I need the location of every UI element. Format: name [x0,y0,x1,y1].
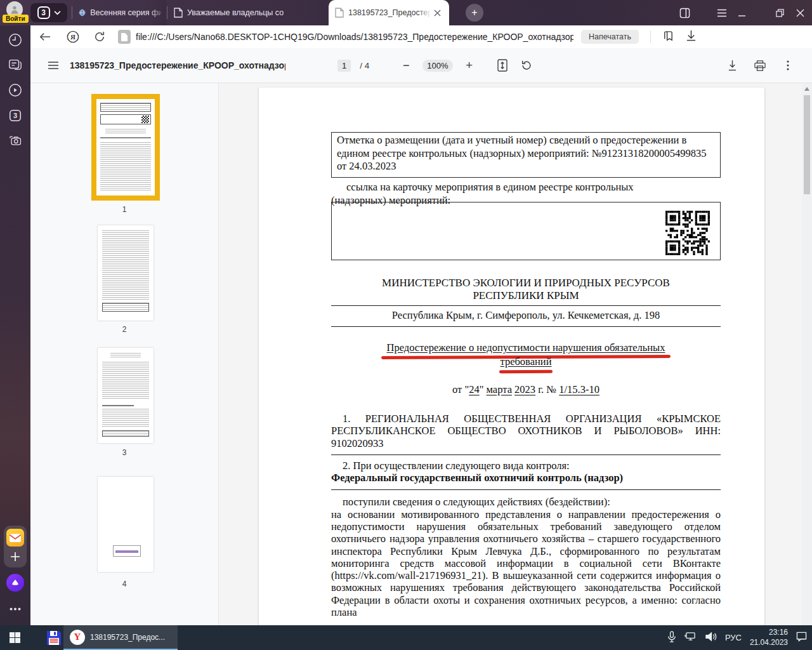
volume-icon[interactable] [705,632,717,644]
taskbar-app-button[interactable]: Y 138195723_Предос... [63,625,178,650]
windows-taskbar: Y 138195723_Предос... РУС 23:16 21.04.20… [0,625,812,650]
time: 23:16 [750,628,788,638]
ministry-heading: МИНИСТЕРСТВО ЭКОЛОГИИ И ПРИРОДНЫХ РЕСУРС… [331,277,721,302]
fit-page-icon[interactable] [495,58,510,73]
collections-icon[interactable] [662,30,674,44]
thumb-decoration [102,430,149,437]
paragraph-3-intro: поступили сведения о следующих действиях… [331,496,721,508]
thumb-decoration [100,137,151,138]
print-page-button[interactable]: Напечатать [581,30,639,44]
new-tab-button[interactable]: + [466,4,483,22]
thumb-decoration [100,103,151,112]
pdf-toolbar: 138195723_Предостережение_КРООР_охотнадз… [30,48,812,83]
address-url[interactable]: file:///C:/Users/Nano68.DESKTOP-1CHQ19G/… [136,32,573,42]
downloads-icon[interactable] [686,30,697,44]
zoom-out-icon[interactable]: − [398,58,414,73]
paragraph-1: 1. РЕГИОНАЛЬНАЯ ОБЩЕСТВЕННАЯ ОРГАНИЗАЦИЯ… [331,413,721,449]
page-number-field[interactable]: 1 [337,60,351,72]
thumbnail-page-2[interactable] [98,225,154,321]
close-tab-icon[interactable] [434,10,441,17]
scrollbar-thumb[interactable] [804,95,810,194]
thumb-decoration [105,129,146,134]
thumbnail-page-3[interactable] [98,348,154,443]
title-line2: требований [500,355,551,369]
paragraph-3-body: на основании мотивированного представлен… [331,508,721,618]
pdf-menu-icon[interactable] [46,58,61,73]
qr-code [665,211,710,255]
viewer-scrollbar[interactable] [802,83,812,625]
language-indicator[interactable]: РУС [725,633,742,642]
tab-1[interactable]: Весенняя серия филд трай [74,0,166,25]
close-window-icon[interactable] [793,6,807,20]
ministry-line1: МИНИСТЕРСТВО ЭКОЛОГИИ И ПРИРОДНЫХ РЕСУРС… [331,277,721,289]
thumbnail-page-4[interactable] [98,477,154,572]
start-button[interactable] [0,625,29,650]
add-panel-icon[interactable] [8,550,22,564]
page-total: / 4 [360,61,369,70]
thumb-decoration [100,142,151,190]
more-sidebar-icon[interactable] [8,602,22,616]
clock[interactable]: 23:16 21.04.2023 [750,628,788,647]
pdf-download-icon[interactable] [724,58,740,73]
reload-icon[interactable] [90,27,109,46]
yandex-icon[interactable]: Я [63,27,82,46]
date: 21.04.2023 [750,638,788,648]
document-date-line: от "24" марта 2023 г. № 1/15.3-10 [331,384,721,396]
thumb-decoration [102,230,149,300]
scroll-up-arrow[interactable] [804,87,809,91]
thumb-decoration [102,405,134,406]
pdf-viewer: 1 2 3 4 Отметка о разме [30,83,812,625]
tab-count: 3 [37,6,50,19]
alice-assistant-icon[interactable] [6,574,24,592]
thumb-decoration [102,362,149,400]
thumbnail-page-1[interactable] [91,94,160,201]
thumb-decoration [110,353,141,358]
date-part: " [480,383,487,395]
action-center-icon[interactable] [796,632,807,644]
history-icon[interactable] [8,33,22,47]
tab-counter-button[interactable]: 3 [30,3,67,22]
login-badge[interactable]: Войти [3,15,29,23]
thumb-decoration [115,550,138,553]
zoom-level[interactable]: 100% [422,60,452,72]
screenshot-icon[interactable] [8,133,22,147]
document-title: Предостережение о недопустимости нарушен… [331,341,721,369]
tab-fade [417,0,431,25]
system-tray: РУС 23:16 21.04.2023 [667,625,807,650]
document-page: Отметка о размещении (дата и учетный ном… [259,88,764,625]
more-options-icon[interactable] [780,58,796,73]
taskbar-app-title: 138195723_Предос... [90,633,165,642]
document-favicon [335,8,344,18]
side-panel-icon[interactable] [678,6,691,20]
rotate-icon[interactable] [519,58,534,73]
registry-mark-box: Отметка о размещении (дата и учетный ном… [331,132,721,178]
date-part: от " [452,383,469,395]
date-part: г. № [535,383,559,395]
back-icon[interactable] [36,27,55,46]
rule-line [331,305,721,306]
pdf-document-title: 138195723_Предостережение_КРООР_охотнадз… [70,60,285,70]
globe-favicon [79,8,86,18]
microphone-icon[interactable] [667,631,676,645]
tab-title: Уважаемые владельцы со [187,8,284,17]
network-icon[interactable] [684,632,697,644]
thumbnail-label: 1 [30,205,218,214]
screen: Войти 3 Весенняя серия филд трай Уважаем… [0,0,812,650]
feed-icon[interactable] [8,58,22,72]
menu-icon[interactable] [715,6,729,20]
thumb-qr [141,116,149,123]
video-icon[interactable] [8,83,22,97]
rule-line [331,489,721,490]
pdf-print-icon[interactable] [752,58,768,73]
tab-2[interactable]: Уважаемые владельцы со [169,0,326,25]
thumb-decoration [102,409,149,428]
toolbar-divider [650,30,651,43]
tab-active[interactable]: 138195723_Предостере [329,0,449,25]
profile-login[interactable]: Войти [3,1,28,25]
restore-icon[interactable] [773,6,787,20]
paragraph-2: 2. При осуществлении следующего вида кон… [331,460,721,484]
zoom-in-icon[interactable]: + [462,58,477,73]
qr-box [331,202,721,260]
tabs-panel-icon[interactable]: 3 [8,109,22,123]
minimize-icon[interactable] [735,6,749,20]
